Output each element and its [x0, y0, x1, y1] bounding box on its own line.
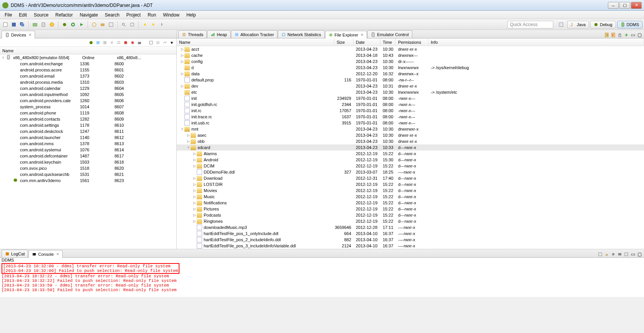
tab-heap[interactable]: Heap: [207, 30, 230, 38]
perspective-java[interactable]: JJava: [567, 21, 589, 28]
open-perspective-button[interactable]: [557, 21, 565, 28]
header-permissions[interactable]: Permissions: [396, 38, 428, 46]
file-explorer-tree[interactable]: ▷acct2013-04-2310:30drwxr-xr-x▷cache2013…: [177, 46, 644, 249]
process-row[interactable]: com.mm.antlrv3demo15618623: [0, 177, 176, 184]
process-row[interactable]: com.android.phone11198608: [0, 110, 176, 116]
expand-icon[interactable]: ▷: [180, 72, 184, 76]
dump-view-button[interactable]: [155, 40, 161, 46]
console-max-button[interactable]: ▢: [636, 251, 642, 257]
back-button[interactable]: [141, 21, 149, 28]
menu-refactor[interactable]: Refactor: [52, 12, 76, 18]
window-minimize-button[interactable]: –: [608, 2, 619, 9]
expand-icon[interactable]: ▷: [192, 189, 197, 192]
save-button[interactable]: [10, 21, 18, 28]
folder-row[interactable]: ▷Podcasts2012-12-1915:22d---rwxr-x: [177, 212, 644, 218]
process-row[interactable]: android.process.acore11558601: [0, 67, 176, 73]
lint-button[interactable]: [48, 21, 56, 28]
debug-button[interactable]: [61, 21, 68, 28]
file-row[interactable]: hartEddlTestFile_pos_3_includeIdinfoVari…: [177, 243, 644, 249]
folder-row[interactable]: ▷Pictures2012-12-1915:22d---rwxr-x: [177, 206, 644, 212]
quick-access-input[interactable]: Quick Access: [507, 21, 553, 28]
expand-icon[interactable]: ▷: [192, 195, 197, 199]
file-row[interactable]: downloadedMusic.mp336596462012-12-2817:1…: [177, 224, 644, 230]
process-row[interactable]: com.android.quicksearchb15318621: [0, 171, 176, 177]
folder-row[interactable]: ▿mnt2013-04-2310:30drwxrwxr-x: [177, 126, 644, 132]
push-file-button[interactable]: [610, 32, 616, 38]
folder-row[interactable]: ▷acct2013-04-2310:30drwxr-xr-x: [177, 46, 644, 52]
devices-tree[interactable]: ▿x86_480x800 [emulator-5554]Onlinex86_48…: [0, 55, 176, 249]
device-root[interactable]: ▿x86_480x800 [emulator-5554]Onlinex86_48…: [0, 55, 176, 61]
update-heap-button[interactable]: [95, 40, 101, 46]
expand-icon[interactable]: ▷: [186, 139, 191, 143]
folder-row[interactable]: d2013-04-2310:30lrwxrwxrwx-> /sys/kernel…: [177, 65, 644, 71]
header-date[interactable]: Date: [354, 38, 380, 46]
new-folder-button[interactable]: +: [623, 32, 629, 38]
expand-icon[interactable]: ▷: [180, 47, 184, 51]
run-last-button[interactable]: [78, 21, 85, 28]
close-icon[interactable]: ✕: [360, 33, 363, 37]
sdk-manager-button[interactable]: [31, 21, 39, 28]
window-maximize-button[interactable]: ▢: [619, 2, 630, 9]
folder-row[interactable]: ▷dev2013-04-2310:31drwxr-xr-x: [177, 83, 644, 89]
menu-source[interactable]: Source: [31, 12, 51, 18]
close-icon[interactable]: ✕: [28, 33, 32, 37]
expand-icon[interactable]: ▷: [192, 182, 197, 186]
folder-row[interactable]: ▷Movies2012-12-1915:22d---rwxr-x: [177, 187, 644, 194]
process-row[interactable]: com.android.keychain15038618: [0, 159, 176, 165]
file-row[interactable]: hartEddlTestFile_pos_1_onlyInclude.ddl66…: [177, 230, 644, 237]
folder-row[interactable]: etc2013-04-2310:30lrwxrwxrwx-> /system/e…: [177, 89, 644, 95]
menu-edit[interactable]: Edit: [16, 12, 30, 18]
maximize-view-button[interactable]: ▢: [636, 32, 642, 38]
console-open-button[interactable]: [623, 251, 629, 257]
expand-icon[interactable]: ▿: [2, 56, 6, 60]
menu-search[interactable]: Search: [102, 12, 123, 18]
process-row[interactable]: com.android.systemui10768614: [0, 147, 176, 153]
folder-row[interactable]: ▷cache2013-04-1810:43drwxrwx---: [177, 52, 644, 58]
process-row[interactable]: android.process.media13108603: [0, 79, 176, 85]
folder-row[interactable]: ▷config2013-04-2310:30dr-x------: [177, 58, 644, 65]
search-button[interactable]: [120, 21, 128, 28]
menu-help[interactable]: Help: [183, 12, 199, 18]
process-row[interactable]: system_process10148607: [0, 104, 176, 110]
console-scroll-lock-button[interactable]: [604, 251, 610, 257]
tab-network-statistics[interactable]: Network Statistics: [278, 30, 324, 38]
systrace-button[interactable]: [162, 40, 168, 46]
tab-emulator-control[interactable]: Emulator Control: [367, 30, 412, 38]
expand-icon[interactable]: ▷: [192, 207, 197, 211]
folder-row[interactable]: ▷Ringtones2012-12-1915:22d---rwxr-x: [177, 218, 644, 224]
process-row[interactable]: com.android.email13738602: [0, 73, 176, 79]
folder-row[interactable]: ▷DCIM2012-12-1915:22d---rwxr-x: [177, 163, 644, 169]
tab-threads[interactable]: Threads: [178, 30, 207, 38]
console-pin-button[interactable]: [610, 251, 616, 257]
start-profiling-button[interactable]: [123, 40, 129, 46]
header-name[interactable]: Name: [177, 38, 334, 46]
file-row[interactable]: init.trace.rc16371970-01-0108:00-rwxr-x-…: [177, 114, 644, 120]
screenshot-button[interactable]: [136, 40, 143, 46]
expand-icon[interactable]: ▷: [192, 201, 197, 205]
file-row[interactable]: init.usb.rc39151970-01-0108:00-rwxr-x---: [177, 120, 644, 126]
file-row[interactable]: default.prop1161970-01-0108:00-rw-r--r--: [177, 77, 644, 83]
expand-icon[interactable]: ▷: [192, 213, 197, 217]
folder-row[interactable]: ▷Alarms2012-12-1915:22d---rwxr-x: [177, 151, 644, 157]
console-clear-button[interactable]: [597, 251, 603, 257]
perspective-debug[interactable]: Debug: [590, 21, 616, 28]
capture-button[interactable]: [148, 40, 154, 46]
stop-process-button[interactable]: [129, 40, 136, 46]
cause-gc-button[interactable]: [109, 40, 115, 46]
console-display-button[interactable]: [617, 251, 623, 257]
expand-icon[interactable]: ▷: [192, 176, 197, 180]
tab-console[interactable]: Console✕: [28, 250, 62, 258]
new-button[interactable]: [2, 21, 9, 28]
folder-row[interactable]: ▷asec2013-04-2310:30drwxr-xr-x: [177, 132, 644, 138]
expand-icon[interactable]: ▷: [180, 84, 184, 88]
delete-button[interactable]: [617, 32, 623, 38]
run-button[interactable]: [69, 21, 77, 28]
file-row[interactable]: DDDemoFile.ddl3272013-03-0718:25----rwxr…: [177, 169, 644, 175]
pin-button[interactable]: [158, 21, 166, 28]
menu-run[interactable]: Run: [144, 12, 159, 18]
new-package-button[interactable]: [99, 21, 106, 28]
expand-icon[interactable]: ▷: [192, 152, 197, 156]
expand-icon[interactable]: ▷: [180, 60, 184, 63]
folder-row[interactable]: ▷data2012-12-2016:32drwxrwx--x: [177, 71, 644, 77]
open-task-button[interactable]: [107, 21, 115, 28]
